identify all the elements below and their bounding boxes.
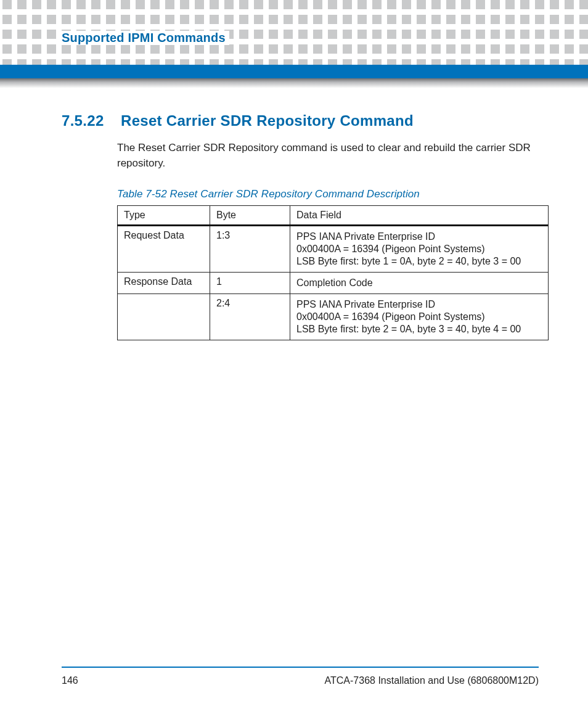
cell-data-field: PPS IANA Private Enterprise ID0x00400A =… [290, 226, 549, 273]
chapter-title: Supported IPMI Commands [62, 31, 229, 45]
section-heading: 7.5.22 Reset Carrier SDR Repository Comm… [62, 112, 539, 129]
header-gradient-bar [0, 78, 588, 88]
cell-byte: 2:4 [210, 294, 290, 340]
section-body-text: The Reset Carrier SDR Repository command… [117, 141, 539, 171]
table-row: Request Data1:3PPS IANA Private Enterpri… [118, 226, 549, 273]
cell-type: Request Data [118, 226, 210, 273]
table-col-byte: Byte [210, 206, 290, 226]
table-col-data-field: Data Field [290, 206, 549, 226]
cell-data-field: Completion Code [290, 273, 549, 294]
cell-type [118, 294, 210, 340]
cell-data-field: PPS IANA Private Enterprise ID0x00400A =… [290, 294, 549, 340]
section-title: Reset Carrier SDR Repository Command [121, 112, 414, 129]
cell-byte: 1 [210, 273, 290, 294]
table-row: Response Data1Completion Code [118, 273, 549, 294]
cell-data-line: 0x00400A = 16394 (Pigeon Point Systems) [296, 244, 542, 255]
header-blue-bar [0, 65, 588, 78]
cell-data-line: LSB Byte first: byte 2 = 0A, byte 3 = 40… [296, 324, 542, 335]
footer-rule [62, 667, 539, 668]
cell-data-line: PPS IANA Private Enterprise ID [296, 231, 542, 242]
table-header-row: Type Byte Data Field [118, 206, 549, 226]
table-row: 2:4PPS IANA Private Enterprise ID0x00400… [118, 294, 549, 340]
page-number: 146 [62, 675, 78, 686]
cell-data-line: 0x00400A = 16394 (Pigeon Point Systems) [296, 311, 542, 322]
cell-data-line: Completion Code [296, 277, 542, 289]
section-number: 7.5.22 [62, 112, 105, 129]
page-footer: 146 ATCA-7368 Installation and Use (6806… [62, 675, 539, 686]
cell-data-line: LSB Byte first: byte 1 = 0A, byte 2 = 40… [296, 256, 542, 267]
cell-data-line: PPS IANA Private Enterprise ID [296, 299, 542, 310]
command-description-table: Type Byte Data Field Request Data1:3PPS … [117, 205, 549, 340]
table-col-type: Type [118, 206, 210, 226]
table-caption: Table 7-52 Reset Carrier SDR Repository … [117, 188, 539, 200]
cell-byte: 1:3 [210, 226, 290, 273]
cell-type: Response Data [118, 273, 210, 294]
doc-reference: ATCA-7368 Installation and Use (6806800M… [325, 675, 539, 686]
